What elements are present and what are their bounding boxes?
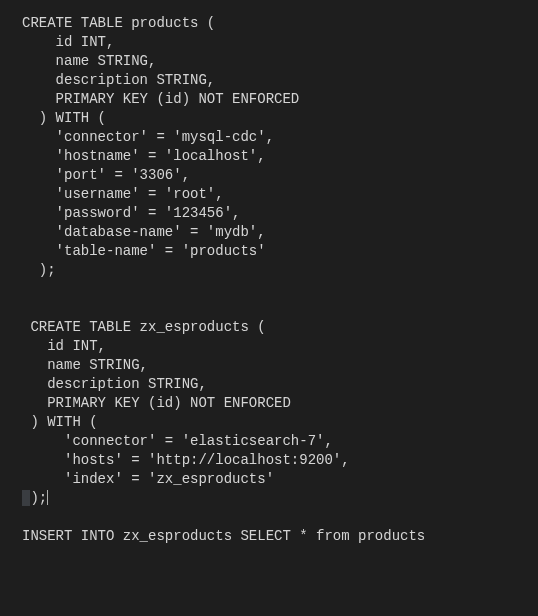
- code-line: id INT,: [22, 338, 106, 354]
- code-line: CREATE TABLE products (: [22, 15, 215, 31]
- code-line: 'database-name' = 'mydb',: [22, 224, 266, 240]
- code-line: INSERT INTO zx_esproducts SELECT * from …: [22, 528, 425, 544]
- code-line: description STRING,: [22, 376, 207, 392]
- code-line: );: [22, 262, 56, 278]
- code-line: ) WITH (: [22, 414, 98, 430]
- code-line: id INT,: [22, 34, 114, 50]
- code-line: ) WITH (: [22, 110, 106, 126]
- text-cursor: [47, 490, 48, 505]
- code-line: PRIMARY KEY (id) NOT ENFORCED: [22, 91, 299, 107]
- code-line: PRIMARY KEY (id) NOT ENFORCED: [22, 395, 291, 411]
- code-line: 'index' = 'zx_esproducts': [22, 471, 274, 487]
- code-line: 'password' = '123456',: [22, 205, 240, 221]
- code-editor[interactable]: CREATE TABLE products ( id INT, name STR…: [0, 0, 538, 616]
- code-line: 'hosts' = 'http://localhost:9200',: [22, 452, 350, 468]
- code-line: CREATE TABLE zx_esproducts (: [22, 319, 266, 335]
- code-line: 'table-name' = 'products': [22, 243, 266, 259]
- code-line: name STRING,: [22, 53, 156, 69]
- code-line: name STRING,: [22, 357, 148, 373]
- code-line: 'connector' = 'mysql-cdc',: [22, 129, 274, 145]
- code-line: );: [22, 490, 47, 506]
- code-line: 'connector' = 'elasticsearch-7',: [22, 433, 333, 449]
- code-line: description STRING,: [22, 72, 215, 88]
- code-line: 'username' = 'root',: [22, 186, 224, 202]
- code-line: 'hostname' = 'localhost',: [22, 148, 266, 164]
- code-line: 'port' = '3306',: [22, 167, 190, 183]
